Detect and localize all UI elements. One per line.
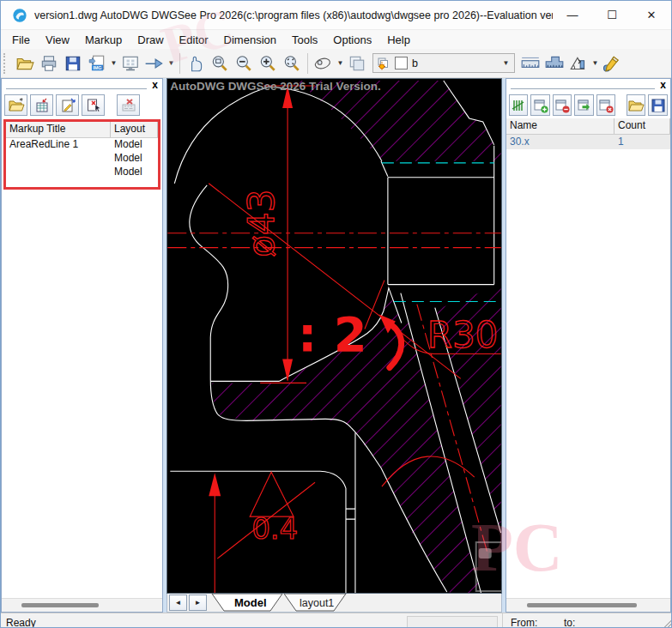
next-view-button[interactable] [142,52,166,75]
remove-count-button[interactable] [553,94,572,116]
open-count-button[interactable] [627,94,645,116]
panel-grip[interactable] [6,85,147,89]
count-value-cell: 1 [614,135,670,149]
menu-file[interactable]: File [4,32,38,48]
save-button[interactable] [61,52,85,75]
measure-area-button[interactable] [542,52,566,75]
close-button[interactable]: ✕ [632,1,671,29]
delete-count-button[interactable] [596,94,615,116]
markup-panel-hscrollbar[interactable] [2,598,162,612]
orbit-dropdown[interactable]: ▼ [336,59,345,67]
save-count-button[interactable] [648,94,667,116]
markup-row[interactable]: AreaRedLine 1 Model [6,138,158,152]
layers-button[interactable] [345,52,369,75]
measure-distance-icon [520,54,541,73]
status-ready: Ready [1,617,407,628]
count-table-header: Name Count [506,118,670,135]
open-button[interactable] [13,52,37,75]
column-markup-title[interactable]: Markup Title [6,122,111,137]
count-panel: x Name Count 30.x 1 [506,78,671,613]
scroll-thumb[interactable] [527,603,637,607]
zoom-extents-button[interactable] [280,52,304,75]
open-folder-icon [15,54,34,73]
drawing-area: ø43 : 2 R30 0.4 AutoDWG DWGSee 2026 Tria… [166,78,502,613]
menu-tools[interactable]: Tools [284,32,325,48]
export-count-button[interactable] [574,94,593,116]
save-icon [64,54,82,73]
tab-layout1-label[interactable]: layout1 [300,597,334,609]
status-from-label: From: [511,617,564,628]
markup-title-cell [6,166,111,179]
print-button[interactable] [37,52,61,75]
tab-next-button[interactable]: ► [189,595,207,611]
count-panel-hscrollbar[interactable] [506,598,670,612]
markup-properties-button[interactable] [56,94,79,116]
panel-grip[interactable] [511,85,655,89]
pan-button[interactable] [184,52,208,75]
redline-pen-button[interactable] [600,52,624,75]
trial-watermark: AutoDWG DWGSee 2026 Trial Version. [170,80,380,93]
view-dropdown[interactable]: ▼ [166,59,176,67]
main-toolbar: IMG ▼ ▼ ▼ b ▼ ▼ [1,49,671,78]
maximize-button[interactable]: ☐ [592,1,632,29]
layer-combo-dropdown[interactable]: ▼ [501,59,511,67]
zoom-window-button[interactable] [208,52,232,75]
menu-help[interactable]: Help [379,32,418,48]
markup-list-highlight: Markup Title Layout AreaRedLine 1 Model … [3,119,160,190]
measure-distance-button[interactable] [518,52,542,75]
resize-grip[interactable] [660,613,671,628]
zoom-in-button[interactable] [256,52,280,75]
tab-model-label[interactable]: Model [234,596,267,609]
delete-markup-button[interactable] [82,94,105,116]
properties-icon [59,97,76,114]
menu-draw[interactable]: Draw [130,32,171,48]
export-image-button[interactable]: IMG [85,52,109,75]
layer-visibility-icon [377,57,390,70]
menu-markup[interactable]: Markup [77,32,130,48]
markup-panel-header: x [2,79,162,92]
open-folder-icon [8,97,25,114]
count-row[interactable]: 30.x 1 [506,135,670,149]
menu-editor[interactable]: Editor [172,32,216,48]
export-dropdown[interactable]: ▼ [109,59,118,67]
report-table-icon [33,97,51,114]
layer-color-swatch [395,57,408,69]
minimize-button[interactable]: — [553,1,592,29]
markup-report-button[interactable] [30,94,53,116]
menu-dimension[interactable]: Dimension [216,32,284,48]
zoom-out-button[interactable] [232,52,256,75]
delete-all-markup-button[interactable] [117,94,140,116]
layer-combo[interactable]: b ▼ [372,53,515,73]
column-name[interactable]: Name [506,118,614,134]
markup-row[interactable]: Model [6,152,158,166]
markup-panel-close[interactable]: x [152,81,158,90]
markup-title-cell: AreaRedLine 1 [6,138,111,152]
menu-bar: File View Markup Draw Editor Dimension T… [1,30,671,49]
tally-icon [510,97,527,114]
save-icon [650,97,667,114]
toolbar-grip[interactable] [3,53,10,74]
count-panel-close[interactable]: x [660,81,666,90]
remove-form-icon [554,97,571,114]
column-layout[interactable]: Layout [111,122,158,137]
measure-angle-button[interactable] [566,52,590,75]
pen-icon [602,54,622,73]
orbit-button[interactable] [312,52,336,75]
menu-view[interactable]: View [38,32,77,48]
markup-table-header: Markup Title Layout [6,122,158,138]
menu-options[interactable]: Options [325,32,379,48]
printer-icon [39,54,58,73]
measure-dropdown[interactable]: ▼ [590,59,600,67]
column-count[interactable]: Count [614,118,670,134]
fit-screen-button[interactable] [118,52,142,75]
tab-prev-button[interactable]: ◄ [169,595,187,611]
count-panel-header: x [506,79,670,92]
zoom-out-icon [234,54,253,73]
cad-canvas[interactable]: ø43 : 2 R30 0.4 AutoDWG DWGSee 2026 Tria… [166,78,502,594]
markup-layout-cell: Model [111,152,158,166]
count-button[interactable] [509,94,528,116]
open-markup-button[interactable] [4,94,27,116]
markup-row[interactable]: Model [6,166,158,179]
scroll-thumb[interactable] [21,603,99,607]
add-count-button[interactable] [530,94,549,116]
